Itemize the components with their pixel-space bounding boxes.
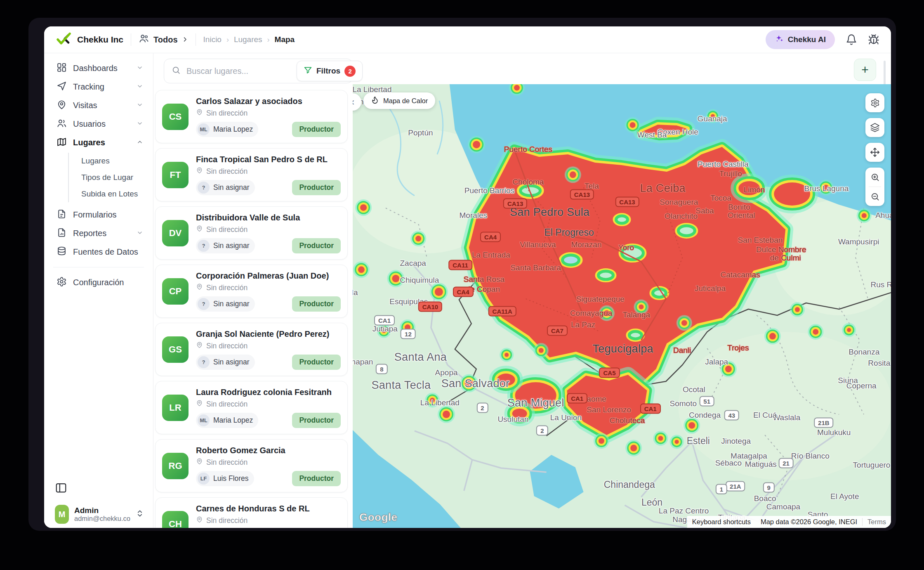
sidebar-item-configuracion[interactable]: Configuración [44,273,153,292]
heatmap-toggle[interactable]: Mapa de Calor [363,92,435,109]
sparkles-icon [775,34,784,45]
road-badge: 2 [536,425,548,435]
chevron-right-icon [182,35,188,45]
map-controls [865,93,884,206]
divider [53,267,144,267]
place-address: Sin dirección [206,109,248,118]
app-window: Chekku Inc Todos Inicio › Lugares › Mapa [28,18,896,531]
assignee-avatar: ? [198,182,210,194]
place-name: Carnes de Honduras S de RL [196,504,341,513]
road-badge: 8 [376,364,387,374]
road-badge: CA5 [599,367,620,378]
place-address: Sin dirección [206,458,248,467]
search-input[interactable] [186,66,297,76]
content: Filtros 2 + CS Carlos Salazar y asociado… [153,53,891,528]
road-badge: CA11A [488,306,516,317]
content-body: CS Carlos Salazar y asociados Sin direcc… [153,84,891,528]
place-card[interactable]: DV Distribuidora Valle de Sula Sin direc… [155,206,348,260]
breadcrumb-lugares[interactable]: Lugares [234,35,262,44]
place-name: Carlos Salazar y asociados [196,96,341,106]
place-address: Sin dirección [206,284,248,292]
place-card[interactable]: LR Laura Rodriguez colonia Fesitranh Sin… [155,381,348,434]
chevron-right-icon: › [226,35,229,44]
user-menu[interactable]: M Admin admin@chekku.co [55,505,144,524]
road-badge: 9 [763,482,775,493]
place-avatar: DV [162,220,189,246]
sidebar: Dashboards Tracking Visitas Usuarios Lug [44,53,153,528]
sidebar-item-tracking[interactable]: Tracking [44,78,153,96]
sidebar-item-dashboards[interactable]: Dashboards [44,59,153,78]
map-canvas[interactable]: La LibertadaxchéPoptúnPuerto BarriosMora… [353,84,891,528]
place-address: Sin dirección [206,400,248,409]
map-zoom-controls [865,168,884,206]
heatmap-toggle-label: Mapa de Calor [383,97,428,105]
map-layers-button[interactable] [865,118,884,137]
sidebar-subitem-tipos-de-lugar[interactable]: Tipos de Lugar [81,169,153,186]
zoom-out-button[interactable] [865,187,884,206]
notifications-button[interactable] [846,34,857,45]
road-badge: CA1 [374,315,395,325]
place-card[interactable]: GS Granja Sol Naciente (Pedro Perez) Sin… [155,323,348,376]
map-pan-button[interactable] [865,143,884,162]
place-card[interactable]: CP Corporación Palmeras (Juan Doe) Sin d… [155,265,348,318]
map-road-badges: 1282251432121A1921BCA1CA13CA13CA13CA4CA4… [353,84,891,528]
place-name: Distribuidora Valle de Sula [196,213,341,222]
assignee-avatar: ? [198,356,210,368]
road-badge: 21A [726,481,745,491]
road-badge: 43 [724,410,739,420]
funnel-icon [304,66,312,76]
filters-button[interactable]: Filtros 2 [297,61,363,81]
road-badge: CA4 [480,232,501,242]
lugares-submenu: Lugares Tipos de Lugar Subida en Lotes [68,153,153,202]
database-icon [57,246,67,258]
org-switcher[interactable]: Todos [139,33,188,46]
assignee-name: Sin asignar [213,183,250,192]
chevron-down-icon [137,101,143,110]
place-name: Finca Tropical San Pedro S de RL [196,154,341,164]
zoom-in-button[interactable] [865,168,884,187]
road-badge: CA10 [418,301,442,312]
collapse-sidebar-button[interactable] [55,482,144,496]
keyboard-shortcuts-link[interactable]: Keyboard shortcuts [687,518,756,526]
place-card[interactable]: CH Carnes de Honduras S de RL Sin direcc… [155,497,348,528]
user-email: admin@chekku.co [74,515,130,523]
chevron-right-icon: › [267,35,270,44]
assignee-avatar: ? [198,298,210,310]
assignee-chip: ? Sin asignar [196,238,255,253]
assignee-name: Maria Lopez [213,125,253,134]
breadcrumb-inicio[interactable]: Inicio [203,35,222,44]
terms-link[interactable]: Terms [862,518,891,526]
map-pin-icon [196,109,203,118]
debug-button[interactable] [868,34,879,45]
sidebar-subitem-subida-en-lotes[interactable]: Subida en Lotes [81,186,153,202]
sidebar-item-visitas[interactable]: Visitas [44,96,153,115]
sidebar-item-lugares[interactable]: Lugares [44,133,153,152]
sidebar-item-fuentes-de-datos[interactable]: Fuentes de Datos [44,243,153,261]
road-badge: 21 [778,458,794,468]
org-label: Todos [153,35,178,45]
map-settings-button[interactable] [865,93,884,112]
sidebar-subitem-lugares[interactable]: Lugares [81,153,153,169]
sidebar-item-usuarios[interactable]: Usuarios [44,115,153,133]
sidebar-item-formularios[interactable]: Formularios [44,206,153,224]
add-place-button[interactable]: + [854,59,876,81]
road-badge: 1 [716,484,727,494]
place-card[interactable]: RG Roberto Gomez Garcia Sin dirección LF [155,439,348,492]
chekku-ai-button[interactable]: Chekku AI [766,30,835,49]
place-address: Sin dirección [206,342,248,350]
assignee-chip: LF Luis Flores [196,471,254,486]
file-text-icon [57,209,67,221]
sidebar-item-reportes[interactable]: Reportes [44,224,153,243]
place-card[interactable]: CS Carlos Salazar y asociados Sin direcc… [155,90,348,143]
road-badge: 12 [401,329,416,339]
place-type-badge: Productor [292,413,341,428]
chevrons-up-down-icon [136,509,144,519]
place-card[interactable]: FT Finca Tropical San Pedro S de RL Sin … [155,148,348,201]
place-name: Corporación Palmeras (Juan Doe) [196,271,341,281]
places-list: CS Carlos Salazar y asociados Sin direcc… [153,84,353,528]
brand[interactable]: Chekku Inc [56,31,123,49]
sidebar-nav: Dashboards Tracking Visitas Usuarios Lug [44,53,153,292]
assignee-avatar: ML [198,414,210,426]
place-name: Laura Rodriguez colonia Fesitranh [196,387,341,397]
chekku-ai-label: Chekku AI [788,35,826,44]
